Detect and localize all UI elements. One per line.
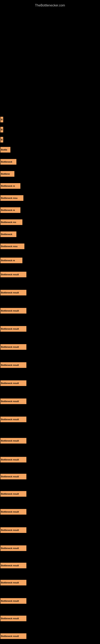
bottleneck-label-17: Bottleneck result [1, 328, 19, 330]
bottleneck-label-13: Bottleneck re [1, 259, 15, 262]
bottleneck-item-25: Bottleneck result [0, 474, 26, 480]
bottleneck-item-14: Bottleneck result [0, 272, 26, 277]
bottleneck-item-34: Bottleneck result [0, 633, 26, 639]
bottleneck-bar-23: Bottleneck result [0, 438, 26, 444]
bottleneck-label-24: Bottleneck result [1, 458, 19, 461]
bottleneck-label-31: Bottleneck result [1, 582, 19, 584]
bottleneck-bar-19: Bottleneck result [0, 362, 26, 368]
bottleneck-label-5: Bottleneck [1, 160, 12, 163]
bottleneck-label-16: Bottleneck result [1, 310, 19, 312]
bottleneck-label-11: Bottleneck [1, 233, 12, 236]
bottleneck-bar-17: Bottleneck result [0, 326, 26, 332]
bottleneck-label-25: Bottleneck result [1, 475, 19, 478]
bottleneck-item-4: Bottle [0, 147, 10, 152]
bottleneck-item-18: Bottleneck result [0, 344, 26, 350]
bottleneck-item-28: Bottleneck result [0, 527, 26, 533]
bottleneck-bar-20: Bottleneck result [0, 380, 26, 386]
bottleneck-item-20: Bottleneck result [0, 380, 26, 386]
bottleneck-label-12: Bottleneck resu [1, 245, 18, 248]
bottleneck-item-27: Bottleneck result [0, 509, 26, 514]
bottleneck-bar-11: Bottleneck [0, 232, 16, 237]
bottleneck-item-8: Bottleneck resu [0, 195, 23, 201]
bottleneck-label-14: Bottleneck result [1, 273, 19, 276]
bottleneck-item-2: B [0, 127, 3, 132]
bottleneck-bar-32: Bottleneck result [0, 598, 26, 604]
bottleneck-bar-27: Bottleneck result [0, 509, 26, 514]
bottleneck-label-21: Bottleneck result [1, 400, 19, 402]
bottleneck-bar-12: Bottleneck resu [0, 244, 24, 249]
bottleneck-bar-7: Bottleneck re [0, 183, 20, 189]
bottleneck-label-9: Bottleneck re [1, 209, 15, 211]
site-title: TheBottlenecker.com [0, 2, 100, 9]
bottleneck-label-10: Bottleneck res [1, 221, 16, 224]
bottleneck-label-4: Bottle [1, 148, 7, 151]
bottleneck-item-5: Bottleneck [0, 159, 16, 164]
bottleneck-item-10: Bottleneck res [0, 219, 22, 225]
bottleneck-bar-24: Bottleneck result [0, 457, 26, 462]
bottleneck-bar-29: Bottleneck result [0, 546, 26, 551]
bottleneck-bar-14: Bottleneck result [0, 272, 26, 277]
bottleneck-bar-28: Bottleneck result [0, 527, 26, 533]
bottleneck-bar-18: Bottleneck result [0, 344, 26, 350]
bottleneck-bar-15: Bottleneck result [0, 290, 26, 296]
bottleneck-bar-5: Bottleneck [0, 159, 16, 164]
bottleneck-bar-9: Bottleneck re [0, 207, 20, 213]
bottleneck-label-6: Bottlene [1, 173, 10, 175]
bottleneck-item-32: Bottleneck result [0, 598, 26, 604]
bottleneck-label-32: Bottleneck result [1, 600, 19, 602]
bottleneck-bar-26: Bottleneck result [0, 491, 26, 497]
bottleneck-bar-10: Bottleneck res [0, 219, 22, 225]
bottleneck-item-22: Bottleneck result [0, 416, 26, 422]
bottleneck-label-23: Bottleneck result [1, 440, 19, 442]
bottleneck-bar-34: Bottleneck result [0, 633, 26, 639]
bottleneck-item-3: B [0, 137, 3, 142]
bottleneck-item-30: Bottleneck result [0, 563, 26, 568]
bottleneck-bar-4: Bottle [0, 147, 10, 152]
bottleneck-bar-13: Bottleneck re [0, 258, 22, 263]
bottleneck-label-3: B [1, 138, 2, 141]
bottleneck-item-31: Bottleneck result [0, 580, 26, 586]
bottleneck-item-33: Bottleneck result [0, 616, 26, 621]
bottleneck-label-34: Bottleneck result [1, 635, 19, 637]
bottleneck-bar-1: B [0, 117, 3, 122]
bottleneck-bar-21: Bottleneck result [0, 398, 26, 404]
bottleneck-label-19: Bottleneck result [1, 364, 19, 366]
bottleneck-bar-30: Bottleneck result [0, 563, 26, 568]
bottleneck-bar-3: B [0, 137, 3, 142]
bottleneck-bar-16: Bottleneck result [0, 308, 26, 314]
bottleneck-item-23: Bottleneck result [0, 438, 26, 444]
bottleneck-label-1: B [1, 118, 2, 121]
bottleneck-item-13: Bottleneck re [0, 258, 22, 263]
bottleneck-label-20: Bottleneck result [1, 382, 19, 384]
bottleneck-item-9: Bottleneck re [0, 207, 20, 213]
bottleneck-label-30: Bottleneck result [1, 564, 19, 567]
bottleneck-item-16: Bottleneck result [0, 308, 26, 314]
bottleneck-label-29: Bottleneck result [1, 547, 19, 550]
bottleneck-item-26: Bottleneck result [0, 491, 26, 497]
bottleneck-label-22: Bottleneck result [1, 418, 19, 420]
bottleneck-item-21: Bottleneck result [0, 398, 26, 404]
bottleneck-label-8: Bottleneck resu [1, 197, 18, 199]
bottleneck-item-19: Bottleneck result [0, 362, 26, 368]
bottleneck-bar-31: Bottleneck result [0, 580, 26, 586]
bottleneck-bar-25: Bottleneck result [0, 474, 26, 480]
bottleneck-item-11: Bottleneck [0, 232, 16, 237]
bottleneck-item-29: Bottleneck result [0, 546, 26, 551]
bottleneck-label-7: Bottleneck re [1, 185, 15, 187]
bottleneck-bar-2: B [0, 127, 3, 132]
bottleneck-item-1: B [0, 117, 3, 122]
bottleneck-label-33: Bottleneck result [1, 617, 19, 620]
bottleneck-label-28: Bottleneck result [1, 529, 19, 531]
bottleneck-bar-8: Bottleneck resu [0, 195, 23, 201]
bottleneck-bar-6: Bottlene [0, 171, 14, 177]
bottleneck-label-15: Bottleneck result [1, 292, 19, 294]
bottleneck-item-17: Bottleneck result [0, 326, 26, 332]
bottleneck-item-7: Bottleneck re [0, 183, 20, 189]
bottleneck-label-26: Bottleneck result [1, 493, 19, 495]
bottleneck-bar-33: Bottleneck result [0, 616, 26, 621]
bottleneck-bar-22: Bottleneck result [0, 416, 26, 422]
bottleneck-item-15: Bottleneck result [0, 290, 26, 296]
bottleneck-label-2: B [1, 128, 2, 131]
bottleneck-item-24: Bottleneck result [0, 457, 26, 462]
bottleneck-label-18: Bottleneck result [1, 346, 19, 348]
